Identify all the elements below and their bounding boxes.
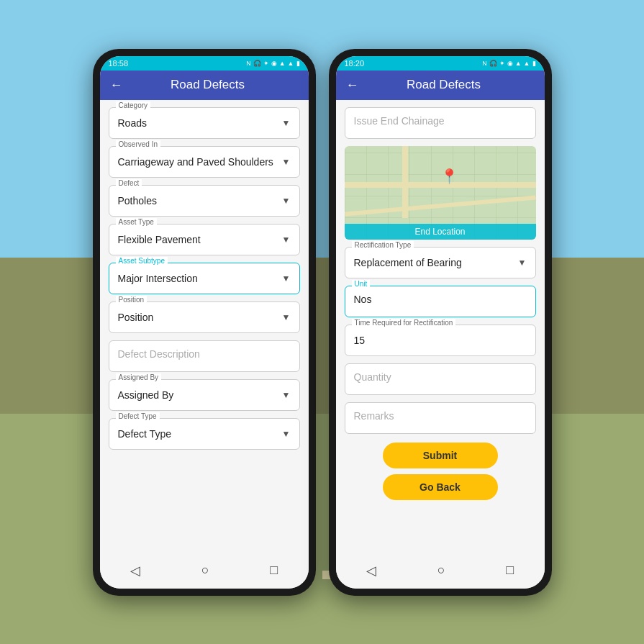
signal2-icon: ▲ xyxy=(288,60,294,67)
position-label: Position xyxy=(116,296,148,304)
unit-label: Unit xyxy=(352,280,371,288)
scene: 18:58 N 🎧 ✦ ◉ ▲ ▲ ▮ ← Road Defects xyxy=(0,0,644,644)
unit-input[interactable]: Nos xyxy=(345,286,536,317)
signal-icon: ▲ xyxy=(279,60,286,67)
nav-recent-2[interactable]: □ xyxy=(506,563,514,578)
asset-subtype-field: Asset Subtype Major Intersection ▼ xyxy=(109,263,300,294)
asset-type-label: Asset Type xyxy=(116,218,157,226)
position-dropdown[interactable]: Position ▼ xyxy=(109,301,300,333)
go-back-button[interactable]: Go Back xyxy=(383,474,498,500)
nav-home-2[interactable]: ○ xyxy=(437,563,445,578)
assigned-by-arrow-icon: ▼ xyxy=(282,390,291,400)
rectification-type-dropdown[interactable]: Replacement of Bearing ▼ xyxy=(345,247,536,278)
headphone2-icon: 🎧 xyxy=(489,60,497,67)
back-button-2[interactable]: ← xyxy=(346,78,359,93)
phone-2: 18:20 N 🎧 ✦ ◉ ▲ ▲ ▮ ← Road Defects xyxy=(329,49,552,596)
status-bar-1: 18:58 N 🎧 ✦ ◉ ▲ ▲ ▮ xyxy=(100,56,309,71)
quantity-field: Quantity xyxy=(345,363,536,395)
network2-icon: N xyxy=(482,60,487,67)
defect-type-dropdown[interactable]: Defect Type ▼ xyxy=(109,418,300,450)
map-pin-icon: 📍 xyxy=(440,168,458,185)
category-arrow-icon: ▼ xyxy=(282,118,291,128)
battery2-icon: ▮ xyxy=(532,60,536,67)
defect-type-value: Defect Type xyxy=(118,428,171,440)
phone-1-inner: 18:58 N 🎧 ✦ ◉ ▲ ▲ ▮ ← Road Defects xyxy=(100,56,309,589)
app-header-2: ← Road Defects xyxy=(336,71,545,100)
assigned-by-label: Assigned By xyxy=(116,373,162,381)
defect-type-label: Defect Type xyxy=(116,412,160,420)
time-1: 18:58 xyxy=(109,59,129,68)
phone-1-content: Category Roads ▼ Observed In Carriageway… xyxy=(100,100,309,555)
remarks-placeholder: Remarks xyxy=(354,410,394,422)
time-required-value: 15 xyxy=(354,335,366,346)
time-2: 18:20 xyxy=(345,59,365,68)
signal3-icon: ▲ xyxy=(515,60,522,67)
status-icons-2: N 🎧 ✦ ◉ ▲ ▲ ▮ xyxy=(482,60,535,67)
issue-end-chainage-input[interactable]: Issue End Chainage xyxy=(345,107,536,139)
back-button-1[interactable]: ← xyxy=(110,78,123,93)
nav-recent-1[interactable]: □ xyxy=(270,563,278,578)
defect-field: Defect Potholes ▼ xyxy=(109,185,300,217)
remarks-input[interactable]: Remarks xyxy=(345,402,536,434)
network-icon: N xyxy=(246,60,251,67)
bluetooth-icon: ✦ xyxy=(263,60,269,67)
observed-in-label: Observed In xyxy=(116,140,160,148)
phone-1: 18:58 N 🎧 ✦ ◉ ▲ ▲ ▮ ← Road Defects xyxy=(93,49,316,596)
phone-2-content: Issue End Chainage 📍 End Location Rectif… xyxy=(336,100,545,555)
position-value: Position xyxy=(118,312,154,323)
unit-field: Unit Nos xyxy=(345,286,536,317)
asset-subtype-label: Asset Subtype xyxy=(116,257,168,265)
bluetooth2-icon: ✦ xyxy=(499,60,505,67)
category-dropdown[interactable]: Roads ▼ xyxy=(109,107,300,139)
category-field: Category Roads ▼ xyxy=(109,107,300,139)
defect-dropdown[interactable]: Potholes ▼ xyxy=(109,185,300,217)
asset-subtype-arrow-icon: ▼ xyxy=(282,273,291,284)
asset-type-dropdown[interactable]: Flexible Pavement ▼ xyxy=(109,224,300,255)
status-bar-2: 18:20 N 🎧 ✦ ◉ ▲ ▲ ▮ xyxy=(336,56,545,71)
asset-type-field: Asset Type Flexible Pavement ▼ xyxy=(109,224,300,255)
observed-in-arrow-icon: ▼ xyxy=(282,157,291,167)
map-label: End Location xyxy=(345,224,536,240)
category-value: Roads xyxy=(118,117,147,129)
position-field: Position Position ▼ xyxy=(109,301,300,333)
nav-back-2[interactable]: ◁ xyxy=(366,563,376,579)
position-arrow-icon: ▼ xyxy=(282,312,291,322)
signal4-icon: ▲ xyxy=(524,60,530,67)
nav-home-1[interactable]: ○ xyxy=(201,563,209,578)
time-required-field: Time Required for Rectification 15 xyxy=(345,325,536,356)
asset-subtype-dropdown[interactable]: Major Intersection ▼ xyxy=(109,263,300,294)
phone-2-inner: 18:20 N 🎧 ✦ ◉ ▲ ▲ ▮ ← Road Defects xyxy=(336,56,545,589)
assigned-by-value: Assigned By xyxy=(118,389,174,401)
assigned-by-field: Assigned By Assigned By ▼ xyxy=(109,379,300,411)
quantity-placeholder: Quantity xyxy=(354,371,391,383)
submit-button[interactable]: Submit xyxy=(383,443,498,468)
unit-value: Nos xyxy=(354,294,372,305)
defect-description-placeholder: Defect Description xyxy=(118,348,200,360)
location-icon: ◉ xyxy=(271,60,277,67)
observed-in-value: Carriageway and Paved Shoulders xyxy=(118,156,273,168)
defect-type-field: Defect Type Defect Type ▼ xyxy=(109,418,300,450)
time-required-input[interactable]: 15 xyxy=(345,325,536,356)
status-icons-1: N 🎧 ✦ ◉ ▲ ▲ ▮ xyxy=(246,60,299,67)
category-label: Category xyxy=(116,101,151,109)
asset-type-arrow-icon: ▼ xyxy=(282,235,291,245)
app-title-1: Road Defects xyxy=(130,78,286,92)
defect-type-arrow-icon: ▼ xyxy=(282,429,291,439)
defect-description-input[interactable]: Defect Description xyxy=(109,340,300,372)
assigned-by-dropdown[interactable]: Assigned By ▼ xyxy=(109,379,300,411)
battery-icon: ▮ xyxy=(296,60,300,67)
headphone-icon: 🎧 xyxy=(253,60,261,67)
asset-type-value: Flexible Pavement xyxy=(118,234,201,245)
map-view: 📍 End Location xyxy=(345,146,536,240)
app-title-2: Road Defects xyxy=(366,78,522,92)
defect-label: Defect xyxy=(116,179,142,187)
observed-in-field: Observed In Carriageway and Paved Should… xyxy=(109,146,300,178)
nav-back-1[interactable]: ◁ xyxy=(130,563,140,579)
defect-value: Potholes xyxy=(118,195,157,207)
bottom-nav-2: ◁ ○ □ xyxy=(336,555,545,589)
observed-in-dropdown[interactable]: Carriageway and Paved Shoulders ▼ xyxy=(109,146,300,178)
defect-arrow-icon: ▼ xyxy=(282,196,291,206)
app-header-1: ← Road Defects xyxy=(100,71,309,100)
quantity-input[interactable]: Quantity xyxy=(345,363,536,395)
defect-description-field: Defect Description xyxy=(109,340,300,372)
